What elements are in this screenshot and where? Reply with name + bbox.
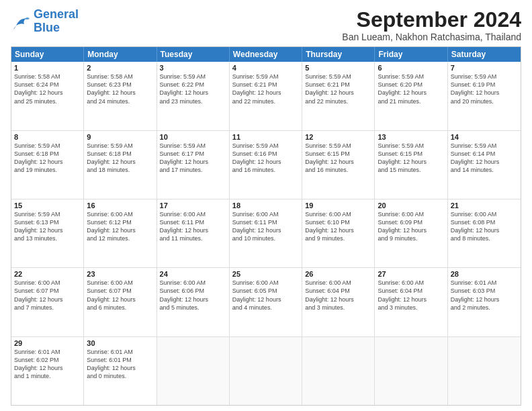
- calendar-cell-21: 21Sunrise: 6:00 AMSunset: 6:08 PMDayligh…: [448, 199, 521, 267]
- day-number: 23: [87, 270, 153, 278]
- cell-line: Sunrise: 5:59 AM: [232, 142, 299, 150]
- cell-line: Daylight: 12 hours: [378, 226, 444, 234]
- cell-line: and 5 minutes.: [160, 304, 226, 312]
- calendar-cell-empty: [375, 337, 447, 405]
- cell-line: Sunrise: 6:00 AM: [87, 210, 153, 218]
- cell-details: Sunrise: 5:59 AMSunset: 6:15 PMDaylight:…: [378, 142, 444, 175]
- calendar-cell-11: 11Sunrise: 5:59 AMSunset: 6:16 PMDayligh…: [230, 131, 302, 199]
- calendar-cell-18: 18Sunrise: 6:00 AMSunset: 6:11 PMDayligh…: [230, 199, 302, 267]
- cell-line: Daylight: 12 hours: [87, 158, 153, 166]
- calendar-row-2: 15Sunrise: 5:59 AMSunset: 6:13 PMDayligh…: [11, 199, 521, 267]
- cell-line: Sunset: 6:02 PM: [14, 356, 81, 364]
- day-number: 7: [451, 64, 518, 72]
- cell-line: Sunset: 6:23 PM: [87, 81, 153, 89]
- cell-line: Sunrise: 5:59 AM: [451, 142, 518, 150]
- day-number: 2: [87, 64, 153, 72]
- cell-line: Sunset: 6:10 PM: [305, 218, 371, 226]
- calendar-cell-empty: [302, 337, 375, 405]
- day-number: 26: [305, 270, 371, 278]
- cell-details: Sunrise: 6:00 AMSunset: 6:11 PMDaylight:…: [160, 210, 226, 243]
- cell-line: Sunrise: 6:00 AM: [305, 210, 371, 218]
- cell-line: Sunset: 6:07 PM: [87, 287, 153, 295]
- cell-details: Sunrise: 6:01 AMSunset: 6:01 PMDaylight:…: [87, 348, 153, 381]
- cell-details: Sunrise: 5:59 AMSunset: 6:18 PMDaylight:…: [14, 142, 81, 175]
- calendar: SundayMondayTuesdayWednesdayThursdayFrid…: [11, 46, 521, 406]
- cell-line: Daylight: 12 hours: [451, 295, 518, 304]
- cell-line: and 21 minutes.: [378, 97, 444, 105]
- cell-details: Sunrise: 6:00 AMSunset: 6:06 PMDaylight:…: [160, 279, 226, 312]
- cell-details: Sunrise: 6:00 AMSunset: 6:12 PMDaylight:…: [87, 210, 153, 243]
- cell-details: Sunrise: 5:59 AMSunset: 6:21 PMDaylight:…: [232, 73, 299, 105]
- cell-details: Sunrise: 6:00 AMSunset: 6:07 PMDaylight:…: [87, 279, 153, 312]
- cell-line: Sunrise: 6:01 AM: [451, 279, 518, 287]
- calendar-cell-14: 14Sunrise: 5:59 AMSunset: 6:14 PMDayligh…: [448, 131, 521, 199]
- cell-line: Daylight: 12 hours: [160, 295, 226, 304]
- cell-details: Sunrise: 5:59 AMSunset: 6:13 PMDaylight:…: [14, 210, 81, 243]
- day-header-sunday: Sunday: [11, 47, 84, 62]
- cell-line: Daylight: 12 hours: [305, 295, 371, 304]
- calendar-cell-26: 26Sunrise: 6:00 AMSunset: 6:04 PMDayligh…: [302, 268, 375, 336]
- cell-line: Sunset: 6:17 PM: [160, 150, 226, 158]
- cell-line: Daylight: 12 hours: [14, 89, 81, 97]
- calendar-cell-13: 13Sunrise: 5:59 AMSunset: 6:15 PMDayligh…: [375, 131, 447, 199]
- calendar-header: SundayMondayTuesdayWednesdayThursdayFrid…: [11, 47, 521, 62]
- calendar-cell-24: 24Sunrise: 6:00 AMSunset: 6:06 PMDayligh…: [157, 268, 230, 336]
- cell-line: Sunrise: 5:59 AM: [232, 73, 299, 81]
- cell-details: Sunrise: 5:58 AMSunset: 6:23 PMDaylight:…: [87, 73, 153, 105]
- cell-line: Daylight: 12 hours: [305, 226, 371, 234]
- cell-line: Daylight: 12 hours: [87, 226, 153, 234]
- logo-text-blue: Blue: [34, 21, 79, 35]
- cell-line: and 23 minutes.: [160, 97, 226, 105]
- day-number: 14: [451, 133, 518, 141]
- day-header-friday: Friday: [375, 47, 447, 62]
- calendar-row-3: 22Sunrise: 6:00 AMSunset: 6:07 PMDayligh…: [11, 267, 521, 336]
- cell-line: Sunset: 6:06 PM: [160, 287, 226, 295]
- day-number: 19: [305, 201, 371, 210]
- cell-line: Sunset: 6:19 PM: [451, 81, 518, 89]
- cell-line: Sunrise: 5:59 AM: [451, 73, 518, 81]
- cell-line: Daylight: 12 hours: [160, 226, 226, 234]
- day-number: 12: [305, 133, 371, 141]
- cell-line: and 22 minutes.: [232, 97, 299, 105]
- cell-line: Daylight: 12 hours: [232, 89, 299, 97]
- cell-line: Daylight: 12 hours: [451, 226, 518, 234]
- calendar-cell-27: 27Sunrise: 6:00 AMSunset: 6:04 PMDayligh…: [375, 268, 447, 336]
- cell-line: and 16 minutes.: [305, 166, 371, 174]
- calendar-cell-15: 15Sunrise: 5:59 AMSunset: 6:13 PMDayligh…: [11, 199, 84, 267]
- logo-text-general: General: [34, 8, 79, 21]
- day-header-monday: Monday: [84, 47, 157, 62]
- page: General Blue September 2024 Ban Lueam, N…: [0, 0, 532, 411]
- cell-line: Sunrise: 5:59 AM: [305, 73, 371, 81]
- cell-line: Sunset: 6:11 PM: [232, 218, 299, 226]
- calendar-cell-empty: [448, 337, 521, 405]
- calendar-cell-4: 4Sunrise: 5:59 AMSunset: 6:21 PMDaylight…: [230, 62, 302, 130]
- cell-line: and 1 minute.: [14, 372, 81, 380]
- cell-line: and 18 minutes.: [87, 166, 153, 174]
- cell-line: Sunset: 6:15 PM: [305, 150, 371, 158]
- day-number: 4: [232, 64, 299, 72]
- cell-line: Sunrise: 6:00 AM: [160, 279, 226, 287]
- cell-details: Sunrise: 6:00 AMSunset: 6:07 PMDaylight:…: [14, 279, 81, 312]
- day-number: 25: [232, 270, 299, 278]
- cell-line: Sunset: 6:21 PM: [232, 81, 299, 89]
- cell-line: and 2 minutes.: [451, 304, 518, 312]
- cell-line: Sunrise: 6:00 AM: [378, 279, 444, 287]
- cell-details: Sunrise: 6:01 AMSunset: 6:02 PMDaylight:…: [14, 348, 81, 381]
- cell-line: Sunrise: 5:59 AM: [160, 73, 226, 81]
- cell-details: Sunrise: 5:59 AMSunset: 6:20 PMDaylight:…: [378, 73, 444, 105]
- calendar-cell-2: 2Sunrise: 5:58 AMSunset: 6:23 PMDaylight…: [84, 62, 157, 130]
- cell-details: Sunrise: 5:59 AMSunset: 6:18 PMDaylight:…: [87, 142, 153, 175]
- cell-line: and 9 minutes.: [378, 234, 444, 242]
- calendar-cell-empty: [230, 337, 302, 405]
- cell-line: and 13 minutes.: [14, 234, 81, 242]
- header: General Blue September 2024 Ban Lueam, N…: [11, 8, 521, 42]
- cell-line: Daylight: 12 hours: [87, 295, 153, 304]
- calendar-cell-7: 7Sunrise: 5:59 AMSunset: 6:19 PMDaylight…: [448, 62, 521, 130]
- calendar-row-0: 1Sunrise: 5:58 AMSunset: 6:24 PMDaylight…: [11, 62, 521, 130]
- cell-line: Sunset: 6:20 PM: [378, 81, 444, 89]
- cell-line: Sunset: 6:08 PM: [451, 218, 518, 226]
- cell-line: Daylight: 12 hours: [160, 89, 226, 97]
- day-number: 5: [305, 64, 371, 72]
- cell-line: Sunrise: 6:00 AM: [160, 210, 226, 218]
- calendar-cell-10: 10Sunrise: 5:59 AMSunset: 6:17 PMDayligh…: [157, 131, 230, 199]
